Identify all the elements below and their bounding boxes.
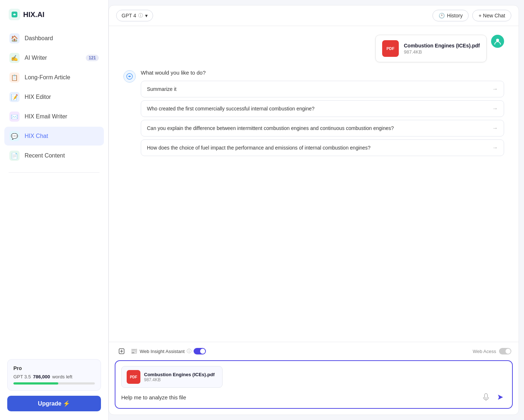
sidebar-item-hix-editor[interactable]: 📝 HIX Editor (4, 88, 104, 106)
sidebar-nav: 🏠 Dashboard ✍️ AI Writer 121 📋 Long-Form… (0, 28, 108, 167)
sidebar-item-label: HIX Editor (25, 94, 51, 100)
web-insight-icon: 📰 (131, 348, 138, 354)
web-access-label: Web Acess (473, 349, 496, 354)
bot-question: What would you like to do? (141, 70, 504, 76)
chat-input-area: PDF Combustion Engines (ICEs).pdf 987.4K… (115, 360, 513, 409)
bot-content: What would you like to do? Summarize it … (141, 70, 504, 156)
sidebar-item-dashboard[interactable]: 🏠 Dashboard (4, 29, 104, 48)
sidebar-item-hix-email[interactable]: ✉️ HIX Email Writer (4, 107, 104, 126)
bot-avatar (123, 70, 136, 83)
header-actions: 🕐 History + New Chat (432, 10, 511, 21)
dropdown-icon: ▾ (145, 13, 148, 18)
sidebar-item-label: Recent Content (25, 152, 65, 159)
progress-bar (13, 382, 95, 385)
input-row (121, 391, 506, 403)
suggestion-text-1: Who created the first commercially succe… (147, 106, 314, 112)
suggestion-text-0: Summarize it (147, 86, 177, 92)
svg-rect-4 (485, 394, 487, 398)
history-button[interactable]: 🕐 History (432, 10, 469, 21)
suggestion-arrow-2: → (492, 125, 498, 131)
pdf-name: Combustion Engines (ICEs).pdf (404, 43, 480, 49)
suggestion-item-3[interactable]: How does the choice of fuel impact the p… (141, 139, 504, 156)
suggestion-text-3: How does the choice of fuel impact the p… (147, 145, 371, 151)
send-button[interactable] (495, 391, 506, 403)
attached-pdf-name: Combustion Engines (ICEs).pdf (144, 372, 215, 377)
svg-point-1 (496, 39, 499, 42)
sidebar-item-ai-writer[interactable]: ✍️ AI Writer 121 (4, 49, 104, 67)
sidebar-item-label: Dashboard (25, 35, 53, 42)
web-insight-switch[interactable] (194, 348, 206, 354)
attached-pdf-icon: PDF (127, 370, 140, 384)
sidebar-item-label: Long-Form Article (25, 74, 70, 81)
send-actions (480, 391, 506, 403)
logo-text: HIX.AI (23, 10, 45, 19)
chat-area: PDF Combustion Engines (ICEs).pdf 987.4K… (109, 26, 519, 342)
history-label: History (447, 13, 463, 18)
user-message-pdf: PDF Combustion Engines (ICEs).pdf 987.4K… (123, 35, 504, 62)
sidebar-bottom: Pro GPT 3.5 786,000 words left Upgrade ⚡ (0, 353, 108, 420)
pdf-icon: PDF (382, 40, 399, 57)
suggestion-item-0[interactable]: Summarize it → (141, 81, 504, 97)
sidebar: HIX.AI 🏠 Dashboard ✍️ AI Writer 121 📋 Lo… (0, 0, 109, 420)
model-name: GPT 4 (122, 13, 136, 18)
suggestion-item-1[interactable]: Who created the first commercially succe… (141, 100, 504, 117)
attached-pdf-size: 987.4KB (144, 377, 215, 382)
chat-toolbar: 📰 Web Insight Assistant ⓘ Web Acess (109, 342, 519, 360)
sidebar-item-label: AI Writer (25, 55, 47, 61)
dashboard-icon: 🏠 (9, 33, 20, 43)
logo-area: HIX.AI (0, 0, 108, 28)
editor-icon: 📝 (9, 92, 20, 102)
progress-fill (13, 382, 58, 385)
sidebar-item-long-form[interactable]: 📋 Long-Form Article (4, 68, 104, 87)
article-icon: 📋 (9, 72, 20, 83)
new-chat-button[interactable]: + New Chat (472, 10, 511, 21)
pro-label: Pro (13, 365, 95, 371)
upgrade-button[interactable]: Upgrade ⚡ (7, 396, 101, 411)
sidebar-item-recent[interactable]: 📄 Recent Content (4, 146, 104, 165)
sidebar-item-label: HIX Chat (25, 133, 48, 139)
web-access-switch[interactable] (499, 348, 511, 354)
words-count: 786,000 (33, 374, 50, 379)
model-info-icon: ⓘ (138, 12, 143, 19)
web-insight-info: ⓘ (187, 348, 191, 354)
user-avatar (491, 35, 504, 48)
suggestion-arrow-0: → (492, 86, 498, 92)
bot-message: What would you like to do? Summarize it … (123, 70, 504, 156)
history-icon: 🕐 (439, 13, 445, 18)
words-suffix: words left (52, 374, 72, 379)
web-insight-label: Web Insight Assistant (140, 349, 185, 354)
attach-icon[interactable] (116, 346, 127, 357)
chat-icon: 💬 (9, 131, 20, 141)
suggestion-list: Summarize it → Who created the first com… (141, 81, 504, 156)
suggestion-arrow-1: → (492, 105, 498, 112)
suggestion-text-2: Can you explain the difference between i… (147, 125, 394, 131)
sidebar-item-label: HIX Email Writer (25, 113, 67, 120)
logo-icon (9, 9, 20, 20)
words-row: GPT 3.5 786,000 words left (13, 374, 95, 379)
web-insight-toggle: 📰 Web Insight Assistant ⓘ (131, 348, 206, 354)
suggestion-item-2[interactable]: Can you explain the difference between i… (141, 120, 504, 136)
main-panel: GPT 4 ⓘ ▾ 🕐 History + New Chat PDF Combu… (109, 5, 519, 415)
pro-box: Pro GPT 3.5 786,000 words left (7, 359, 101, 391)
ai-writer-icon: ✍️ (9, 53, 20, 63)
microphone-icon[interactable] (480, 391, 492, 403)
chat-header: GPT 4 ⓘ ▾ 🕐 History + New Chat (109, 5, 519, 26)
pdf-info: Combustion Engines (ICEs).pdf 987.4KB (404, 43, 480, 55)
sidebar-divider (9, 172, 100, 173)
web-access-area: Web Acess (473, 348, 511, 354)
attached-pdf-details: Combustion Engines (ICEs).pdf 987.4KB (144, 372, 215, 382)
suggestion-arrow-3: → (492, 144, 498, 151)
email-icon: ✉️ (9, 112, 20, 122)
chat-input[interactable] (121, 394, 477, 400)
pdf-size: 987.4KB (404, 49, 480, 55)
sidebar-item-hix-chat[interactable]: 💬 HIX Chat (4, 127, 104, 146)
uploaded-pdf-bubble: PDF Combustion Engines (ICEs).pdf 987.4K… (375, 35, 487, 62)
ai-writer-badge: 121 (86, 55, 99, 61)
recent-icon: 📄 (9, 151, 20, 161)
model-selector[interactable]: GPT 4 ⓘ ▾ (116, 10, 153, 21)
gpt-label: GPT 3.5 (13, 374, 31, 379)
attached-pdf: PDF Combustion Engines (ICEs).pdf 987.4K… (121, 366, 223, 388)
new-chat-label: + New Chat (478, 13, 505, 18)
